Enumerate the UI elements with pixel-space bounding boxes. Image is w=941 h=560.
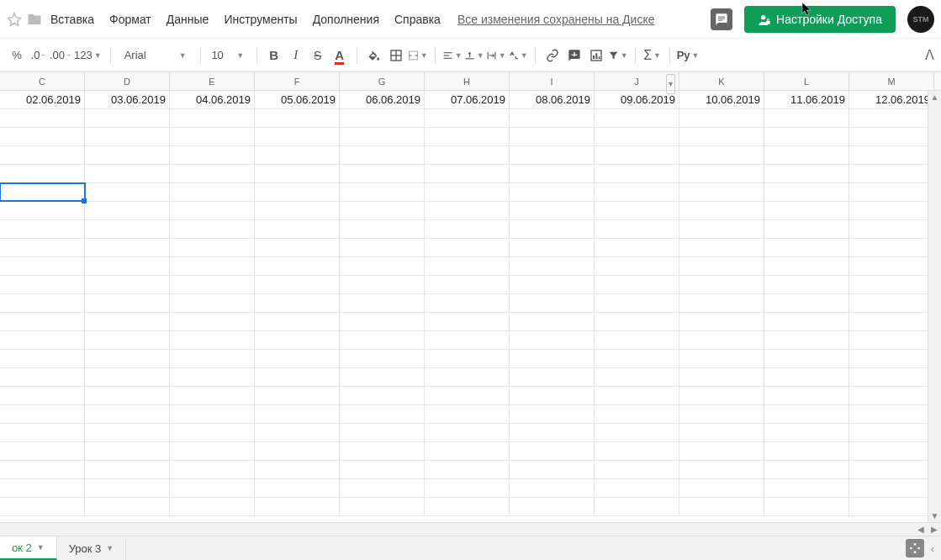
- cell[interactable]: [0, 387, 85, 404]
- cell[interactable]: [595, 350, 679, 367]
- column-header-F[interactable]: F: [255, 72, 340, 90]
- cell[interactable]: [595, 202, 679, 219]
- cell[interactable]: [0, 202, 85, 219]
- cell[interactable]: [510, 183, 595, 201]
- explore-button[interactable]: [906, 539, 924, 557]
- cell[interactable]: [255, 479, 340, 497]
- save-status[interactable]: Все изменения сохранены на Диске: [457, 13, 655, 26]
- cell[interactable]: [85, 350, 170, 367]
- cell[interactable]: [510, 220, 595, 238]
- cell[interactable]: [510, 461, 595, 478]
- insert-chart-button[interactable]: [586, 45, 606, 66]
- cell[interactable]: [255, 239, 340, 256]
- cell[interactable]: [679, 128, 764, 145]
- menu-формат[interactable]: Формат: [109, 13, 151, 26]
- cell[interactable]: [595, 387, 679, 404]
- cell[interactable]: [170, 387, 255, 404]
- cell[interactable]: [849, 479, 934, 497]
- cell[interactable]: 12.06.2019: [849, 91, 934, 108]
- increase-decimal-button[interactable]: .00→: [50, 45, 71, 66]
- cell[interactable]: [764, 165, 849, 182]
- menu-инструменты[interactable]: Инструменты: [224, 13, 297, 26]
- cell[interactable]: [85, 424, 170, 441]
- horizontal-scrollbar[interactable]: ◀ ▶: [0, 522, 941, 536]
- cell[interactable]: [425, 350, 510, 367]
- horizontal-align-button[interactable]: ▼: [442, 45, 463, 66]
- cell[interactable]: [849, 146, 934, 164]
- cell[interactable]: [340, 128, 425, 145]
- font-size-dropdown[interactable]: ▼: [230, 45, 250, 66]
- cell[interactable]: [425, 461, 510, 478]
- cell[interactable]: [255, 257, 340, 275]
- cell[interactable]: [764, 313, 849, 330]
- cell[interactable]: [425, 498, 510, 515]
- cell[interactable]: [170, 109, 255, 127]
- cell[interactable]: [255, 461, 340, 478]
- cell[interactable]: [170, 220, 255, 238]
- cell[interactable]: [849, 109, 934, 127]
- column-header-J[interactable]: J: [595, 72, 679, 90]
- cell[interactable]: [425, 405, 510, 423]
- cell[interactable]: [595, 498, 679, 515]
- cell[interactable]: [510, 331, 595, 349]
- cell[interactable]: [340, 405, 425, 423]
- cell[interactable]: [679, 183, 764, 201]
- cell[interactable]: [679, 442, 764, 460]
- more-formats-button[interactable]: 123▼: [72, 45, 103, 66]
- cell[interactable]: [849, 257, 934, 275]
- cell[interactable]: [595, 461, 679, 478]
- merge-cells-button[interactable]: ▼: [408, 45, 428, 66]
- cell[interactable]: [425, 479, 510, 497]
- decrease-decimal-button[interactable]: .0←: [29, 45, 49, 66]
- cell[interactable]: [0, 257, 85, 275]
- menu-справка[interactable]: Справка: [394, 13, 441, 26]
- cell[interactable]: [85, 220, 170, 238]
- cell[interactable]: [255, 331, 340, 349]
- format-percent-button[interactable]: %: [7, 45, 27, 66]
- cell[interactable]: [849, 424, 934, 441]
- cell[interactable]: [679, 331, 764, 349]
- cell[interactable]: [764, 276, 849, 293]
- cell[interactable]: [255, 276, 340, 293]
- cell[interactable]: [85, 479, 170, 497]
- functions-button[interactable]: Σ▼: [642, 45, 663, 66]
- cell[interactable]: [595, 368, 679, 386]
- cell[interactable]: 03.06.2019: [85, 91, 170, 108]
- cell[interactable]: [764, 109, 849, 127]
- cell[interactable]: [510, 146, 595, 164]
- cell[interactable]: [340, 442, 425, 460]
- cell[interactable]: [764, 183, 849, 201]
- cell[interactable]: [0, 109, 85, 127]
- cell[interactable]: [595, 165, 679, 182]
- cell[interactable]: [764, 331, 849, 349]
- cell[interactable]: [595, 276, 679, 293]
- star-icon[interactable]: [7, 12, 22, 27]
- cell[interactable]: [0, 479, 85, 497]
- cell[interactable]: [849, 387, 934, 404]
- collapse-toolbar-button[interactable]: ᐱ: [925, 47, 934, 63]
- cell[interactable]: [255, 424, 340, 441]
- scroll-down-icon[interactable]: ▼: [929, 510, 941, 522]
- column-header-M[interactable]: M: [849, 72, 934, 90]
- cell[interactable]: [849, 331, 934, 349]
- fill-color-button[interactable]: [364, 45, 384, 66]
- cell[interactable]: [510, 498, 595, 515]
- cell[interactable]: [764, 294, 849, 312]
- cell[interactable]: [764, 387, 849, 404]
- cell[interactable]: [255, 294, 340, 312]
- cell[interactable]: [595, 405, 679, 423]
- scroll-up-icon[interactable]: ▲: [929, 91, 941, 103]
- cell[interactable]: [85, 331, 170, 349]
- cell[interactable]: [0, 220, 85, 238]
- cell[interactable]: [340, 294, 425, 312]
- cell[interactable]: [0, 294, 85, 312]
- cell[interactable]: 05.06.2019: [255, 91, 340, 108]
- cell[interactable]: [340, 350, 425, 367]
- cell[interactable]: [340, 461, 425, 478]
- cell[interactable]: [849, 461, 934, 478]
- cell[interactable]: [170, 405, 255, 423]
- cell[interactable]: [340, 202, 425, 219]
- tab-scroll-left-icon[interactable]: ‹: [931, 542, 934, 555]
- cell[interactable]: [340, 424, 425, 441]
- column-header-D[interactable]: D: [85, 72, 170, 90]
